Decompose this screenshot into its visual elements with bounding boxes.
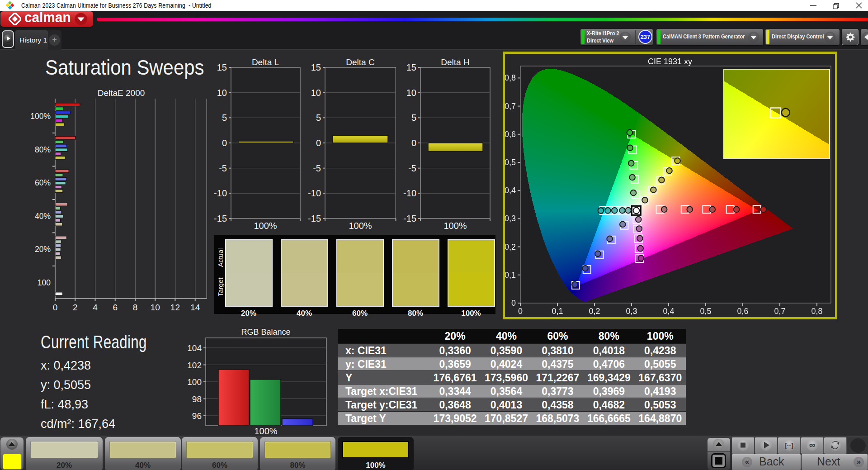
svg-text:104: 104: [187, 343, 202, 353]
svg-text:5: 5: [316, 113, 321, 123]
svg-text:80%: 80%: [35, 145, 51, 154]
svg-text:RGB Balance: RGB Balance: [241, 328, 290, 337]
svg-text:20%: 20%: [35, 245, 51, 254]
svg-text:0: 0: [316, 138, 321, 148]
svg-text:5: 5: [222, 113, 227, 123]
svg-text:0,8: 0,8: [811, 307, 822, 316]
svg-text:[··]: [··]: [785, 442, 793, 449]
svg-text:100: 100: [187, 377, 202, 387]
svg-text:CIE 1931 xy: CIE 1931 xy: [648, 57, 692, 66]
svg-text:DeltaE 2000: DeltaE 2000: [98, 88, 145, 98]
svg-text:0,1: 0,1: [505, 271, 516, 280]
svg-text:4: 4: [93, 303, 98, 312]
svg-text:100: 100: [38, 278, 51, 287]
svg-text:0,7: 0,7: [774, 307, 785, 316]
svg-text:8: 8: [133, 303, 138, 312]
svg-text:∞: ∞: [809, 440, 816, 450]
svg-text:0,4: 0,4: [505, 186, 516, 195]
svg-text:0: 0: [53, 303, 58, 312]
svg-text:0: 0: [511, 299, 516, 308]
svg-text:10: 10: [217, 88, 227, 98]
svg-text:5: 5: [411, 113, 416, 123]
svg-text:-10: -10: [214, 188, 227, 198]
svg-text:15: 15: [406, 62, 416, 72]
svg-text:10: 10: [406, 88, 416, 98]
svg-text:-10: -10: [403, 188, 416, 198]
svg-text:40%: 40%: [35, 212, 51, 221]
svg-text:0,2: 0,2: [589, 307, 600, 316]
svg-text:-15: -15: [403, 214, 416, 223]
svg-text:Delta C: Delta C: [346, 58, 374, 67]
svg-text:15: 15: [217, 62, 227, 72]
svg-text:0,5: 0,5: [700, 307, 711, 316]
svg-text:0,7: 0,7: [505, 102, 516, 111]
svg-text:-15: -15: [308, 214, 321, 223]
svg-text:-5: -5: [408, 163, 416, 173]
svg-text:0,4: 0,4: [663, 307, 674, 316]
svg-text:10: 10: [311, 88, 321, 98]
svg-text:100%: 100%: [30, 112, 51, 121]
svg-text:Delta L: Delta L: [252, 58, 279, 67]
svg-text:Delta H: Delta H: [441, 58, 469, 67]
svg-text:0,2: 0,2: [505, 242, 516, 252]
svg-text:12: 12: [170, 303, 180, 312]
svg-text:100%: 100%: [443, 221, 467, 231]
svg-text:6: 6: [113, 303, 118, 312]
svg-text:0,8: 0,8: [505, 73, 516, 82]
svg-text:0: 0: [518, 307, 523, 316]
svg-text:0,6: 0,6: [737, 307, 748, 316]
svg-text:0,3: 0,3: [626, 307, 637, 316]
svg-text:-5: -5: [313, 163, 321, 173]
svg-text:0,1: 0,1: [552, 307, 563, 316]
svg-text:0: 0: [222, 138, 227, 148]
svg-text:14: 14: [190, 303, 200, 312]
svg-text:60%: 60%: [35, 178, 51, 187]
svg-text:0,6: 0,6: [505, 130, 516, 139]
svg-text:100%: 100%: [254, 221, 277, 231]
svg-text:2: 2: [73, 303, 78, 312]
svg-text:0,5: 0,5: [505, 158, 516, 167]
svg-text:98: 98: [192, 394, 202, 404]
svg-text:-5: -5: [219, 163, 227, 173]
svg-text:15: 15: [311, 62, 321, 72]
svg-text:-15: -15: [214, 214, 227, 223]
svg-text:0: 0: [411, 138, 416, 148]
svg-text:102: 102: [187, 361, 202, 370]
svg-text:-10: -10: [308, 188, 321, 198]
svg-text:96: 96: [192, 411, 202, 421]
svg-text:100%: 100%: [349, 221, 372, 231]
svg-text:0,3: 0,3: [505, 214, 516, 223]
svg-text:100%: 100%: [254, 426, 277, 436]
svg-text:10: 10: [151, 303, 160, 312]
